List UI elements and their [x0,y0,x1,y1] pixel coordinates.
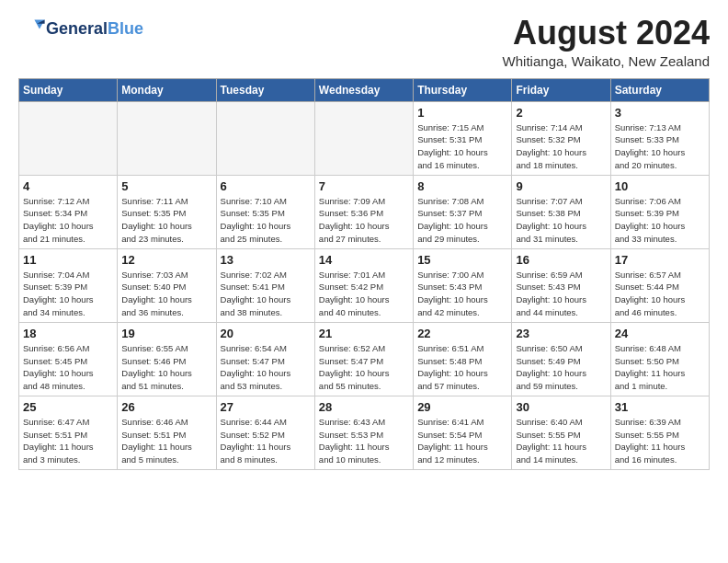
calendar-header-row: Sunday Monday Tuesday Wednesday Thursday… [19,78,710,101]
table-row: 31Sunrise: 6:39 AMSunset: 5:55 PMDayligh… [610,396,709,469]
day-number: 6 [221,179,311,193]
day-number: 15 [417,253,507,267]
table-row: 18Sunrise: 6:56 AMSunset: 5:45 PMDayligh… [19,322,118,396]
day-number: 4 [23,179,113,193]
table-row: 19Sunrise: 6:55 AMSunset: 5:46 PMDayligh… [118,322,216,396]
calendar-week-row: 1Sunrise: 7:15 AMSunset: 5:31 PMDaylight… [19,101,710,175]
logo-icon [20,15,46,40]
table-row: 28Sunrise: 6:43 AMSunset: 5:53 PMDayligh… [314,396,413,469]
table-row: 20Sunrise: 6:54 AMSunset: 5:47 PMDayligh… [216,322,314,396]
title-block: August 2024 Whitianga, Waikato, New Zeal… [503,15,710,69]
table-row: 23Sunrise: 6:50 AMSunset: 5:49 PMDayligh… [512,322,610,396]
day-info: Sunrise: 7:04 AMSunset: 5:39 PMDaylight:… [23,269,113,319]
day-number: 2 [516,106,606,120]
month-title: August 2024 [503,15,710,52]
day-number: 27 [221,400,311,414]
table-row: 24Sunrise: 6:48 AMSunset: 5:50 PMDayligh… [610,322,709,396]
day-info: Sunrise: 6:52 AMSunset: 5:47 PMDaylight:… [319,342,409,393]
day-number: 11 [23,253,113,267]
table-row: 21Sunrise: 6:52 AMSunset: 5:47 PMDayligh… [314,322,413,396]
location-title: Whitianga, Waikato, New Zealand [503,53,710,69]
col-saturday: Saturday [610,78,709,101]
day-number: 14 [319,253,409,267]
day-number: 30 [516,400,606,414]
day-number: 16 [516,253,606,267]
table-row: 15Sunrise: 7:00 AMSunset: 5:43 PMDayligh… [414,248,512,322]
day-number: 29 [417,400,507,414]
day-number: 1 [417,106,507,120]
table-row: 2Sunrise: 7:14 AMSunset: 5:32 PMDaylight… [512,101,610,175]
calendar-week-row: 18Sunrise: 6:56 AMSunset: 5:45 PMDayligh… [19,322,710,396]
day-number: 24 [615,327,705,340]
calendar-table: Sunday Monday Tuesday Wednesday Thursday… [18,78,710,470]
day-info: Sunrise: 6:43 AMSunset: 5:53 PMDaylight:… [319,416,409,466]
col-friday: Friday [512,78,610,101]
day-number: 28 [319,400,409,414]
day-info: Sunrise: 6:50 AMSunset: 5:49 PMDaylight:… [516,342,606,393]
day-number: 3 [615,106,705,120]
day-number: 7 [319,179,409,193]
table-row: 11Sunrise: 7:04 AMSunset: 5:39 PMDayligh… [19,248,118,322]
day-info: Sunrise: 7:14 AMSunset: 5:32 PMDaylight:… [516,121,606,172]
day-info: Sunrise: 6:46 AMSunset: 5:51 PMDaylight:… [121,416,211,466]
col-sunday: Sunday [19,78,118,101]
calendar-week-row: 11Sunrise: 7:04 AMSunset: 5:39 PMDayligh… [19,248,710,322]
day-info: Sunrise: 7:00 AMSunset: 5:43 PMDaylight:… [417,269,507,319]
table-row: 8Sunrise: 7:08 AMSunset: 5:37 PMDaylight… [414,175,512,248]
day-number: 23 [516,327,606,340]
table-row: 14Sunrise: 7:01 AMSunset: 5:42 PMDayligh… [314,248,413,322]
table-row: 1Sunrise: 7:15 AMSunset: 5:31 PMDaylight… [414,101,512,175]
calendar-week-row: 4Sunrise: 7:12 AMSunset: 5:34 PMDaylight… [19,175,710,248]
day-number: 31 [615,400,705,414]
day-number: 10 [615,179,705,193]
logo: GeneralBlue [18,15,143,44]
table-row: 3Sunrise: 7:13 AMSunset: 5:33 PMDaylight… [610,101,709,175]
day-number: 26 [121,400,211,414]
day-number: 19 [121,327,211,340]
col-monday: Monday [118,78,216,101]
page: GeneralBlue August 2024 Whitianga, Waika… [0,0,728,479]
table-row: 12Sunrise: 7:03 AMSunset: 5:40 PMDayligh… [118,248,216,322]
day-info: Sunrise: 7:08 AMSunset: 5:37 PMDaylight:… [417,195,507,246]
day-info: Sunrise: 6:48 AMSunset: 5:50 PMDaylight:… [615,342,705,393]
day-number: 20 [221,327,311,340]
table-row: 6Sunrise: 7:10 AMSunset: 5:35 PMDaylight… [216,175,314,248]
col-thursday: Thursday [414,78,512,101]
day-info: Sunrise: 7:06 AMSunset: 5:39 PMDaylight:… [615,195,705,246]
day-info: Sunrise: 6:41 AMSunset: 5:54 PMDaylight:… [417,416,507,466]
day-number: 12 [121,253,211,267]
table-row: 26Sunrise: 6:46 AMSunset: 5:51 PMDayligh… [118,396,216,469]
day-info: Sunrise: 7:07 AMSunset: 5:38 PMDaylight:… [516,195,606,246]
day-info: Sunrise: 6:54 AMSunset: 5:47 PMDaylight:… [221,342,311,393]
day-info: Sunrise: 6:44 AMSunset: 5:52 PMDaylight:… [221,416,311,466]
table-row [118,101,216,175]
table-row: 22Sunrise: 6:51 AMSunset: 5:48 PMDayligh… [414,322,512,396]
header: GeneralBlue August 2024 Whitianga, Waika… [18,15,710,69]
table-row: 5Sunrise: 7:11 AMSunset: 5:35 PMDaylight… [118,175,216,248]
table-row: 16Sunrise: 6:59 AMSunset: 5:43 PMDayligh… [512,248,610,322]
day-info: Sunrise: 6:56 AMSunset: 5:45 PMDaylight:… [23,342,113,393]
table-row: 13Sunrise: 7:02 AMSunset: 5:41 PMDayligh… [216,248,314,322]
day-info: Sunrise: 6:59 AMSunset: 5:43 PMDaylight:… [516,269,606,319]
day-number: 22 [417,327,507,340]
table-row: 30Sunrise: 6:40 AMSunset: 5:55 PMDayligh… [512,396,610,469]
day-info: Sunrise: 6:51 AMSunset: 5:48 PMDaylight:… [417,342,507,393]
day-info: Sunrise: 7:10 AMSunset: 5:35 PMDaylight:… [221,195,311,246]
day-info: Sunrise: 7:11 AMSunset: 5:35 PMDaylight:… [121,195,211,246]
table-row: 7Sunrise: 7:09 AMSunset: 5:36 PMDaylight… [314,175,413,248]
day-info: Sunrise: 7:09 AMSunset: 5:36 PMDaylight:… [319,195,409,246]
calendar-week-row: 25Sunrise: 6:47 AMSunset: 5:51 PMDayligh… [19,396,710,469]
day-number: 9 [516,179,606,193]
day-info: Sunrise: 6:57 AMSunset: 5:44 PMDaylight:… [615,269,705,319]
day-info: Sunrise: 7:15 AMSunset: 5:31 PMDaylight:… [417,121,507,172]
table-row [314,101,413,175]
table-row [216,101,314,175]
day-info: Sunrise: 6:39 AMSunset: 5:55 PMDaylight:… [615,416,705,466]
table-row [19,101,118,175]
table-row: 25Sunrise: 6:47 AMSunset: 5:51 PMDayligh… [19,396,118,469]
day-number: 8 [417,179,507,193]
col-wednesday: Wednesday [314,78,413,101]
table-row: 29Sunrise: 6:41 AMSunset: 5:54 PMDayligh… [414,396,512,469]
day-info: Sunrise: 7:02 AMSunset: 5:41 PMDaylight:… [221,269,311,319]
day-info: Sunrise: 7:01 AMSunset: 5:42 PMDaylight:… [319,269,409,319]
